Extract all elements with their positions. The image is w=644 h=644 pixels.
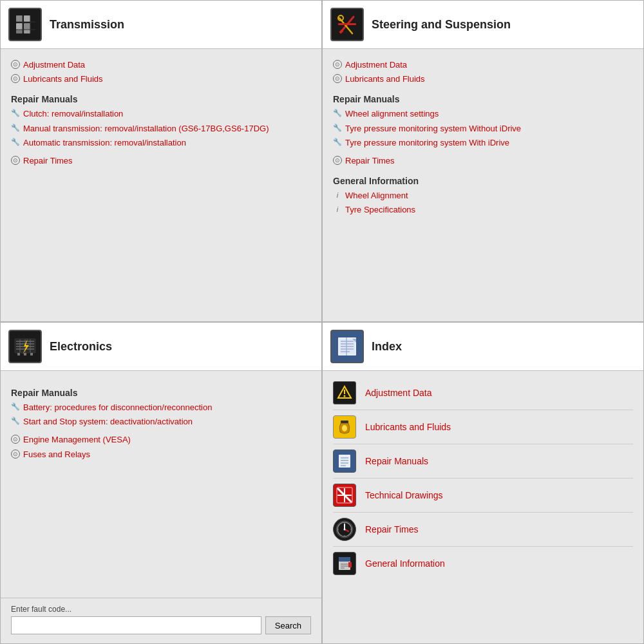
index-technical-drawings[interactable]: Technical Drawings bbox=[333, 478, 633, 513]
circle-icon: ⊙ bbox=[333, 156, 342, 165]
steering-wheel-alignment[interactable]: i Wheel Alignment bbox=[333, 190, 633, 202]
circle-icon: ⊙ bbox=[11, 156, 20, 165]
transmission-repair-times[interactable]: ⊙ Repair Times bbox=[11, 155, 311, 167]
index-icon bbox=[330, 330, 364, 363]
electronics-manual-1[interactable]: 🔧 Battery: procedures for disconnection/… bbox=[11, 402, 311, 413]
electronics-panel: Electronics Repair Manuals 🔧 Battery: pr… bbox=[0, 322, 322, 644]
steering-repair-manuals-title: Repair Manuals bbox=[333, 94, 633, 104]
circle-icon: ⊙ bbox=[11, 435, 20, 444]
svg-rect-29 bbox=[30, 353, 33, 355]
index-adjustment-label[interactable]: Adjustment Data bbox=[365, 388, 432, 398]
svg-rect-28 bbox=[24, 353, 26, 355]
steering-lubricants[interactable]: ⊙ Lubricants and Fluids bbox=[333, 73, 633, 85]
index-title: Index bbox=[372, 340, 402, 354]
electronics-body: Repair Manuals 🔧 Battery: procedures for… bbox=[1, 371, 321, 598]
svg-point-46 bbox=[342, 425, 347, 431]
svg-rect-45 bbox=[341, 421, 348, 423]
fault-code-bar: Enter fault code... Search bbox=[1, 598, 321, 643]
transmission-manual-2[interactable]: 🔧 Manual transmission: removal/installat… bbox=[11, 123, 311, 135]
electronics-title: Electronics bbox=[50, 340, 112, 354]
svg-rect-5 bbox=[16, 30, 23, 33]
electronics-engine-management[interactable]: ⊙ Engine Management (VESA) bbox=[11, 434, 311, 446]
technical-drawings-icon bbox=[333, 484, 356, 507]
electronics-repair-manuals-title: Repair Manuals bbox=[11, 388, 311, 398]
steering-manual-1[interactable]: 🔧 Wheel alignment settings bbox=[333, 108, 633, 120]
repair-times-icon bbox=[333, 518, 356, 541]
circle-icon: ⊙ bbox=[11, 450, 20, 459]
steering-title: Steering and Suspension bbox=[372, 18, 511, 32]
index-repair-manuals-label[interactable]: Repair Manuals bbox=[365, 456, 428, 466]
transmission-repair-manuals-title: Repair Manuals bbox=[11, 94, 311, 104]
electronics-icon bbox=[8, 330, 42, 363]
wrench-icon: 🔧 bbox=[333, 138, 342, 146]
transmission-manual-3[interactable]: 🔧 Automatic transmission: removal/instal… bbox=[11, 137, 311, 149]
wrench-icon: 🔧 bbox=[11, 402, 20, 411]
circle-icon: ⊙ bbox=[11, 74, 20, 83]
transmission-manual-1[interactable]: 🔧 Clutch: removal/installation bbox=[11, 108, 311, 120]
steering-general-info-title: General Information bbox=[333, 176, 633, 186]
wrench-icon: 🔧 bbox=[11, 138, 20, 146]
transmission-adjustment-data[interactable]: ⊙ Adjustment Data bbox=[11, 59, 311, 71]
svg-rect-16 bbox=[338, 23, 356, 25]
steering-header: Steering and Suspension bbox=[323, 1, 643, 49]
circle-icon: ⊙ bbox=[333, 60, 342, 69]
svg-rect-69 bbox=[339, 557, 350, 562]
electronics-header: Electronics bbox=[1, 323, 321, 371]
index-repair-times-label[interactable]: Repair Times bbox=[365, 524, 418, 535]
wrench-icon: 🔧 bbox=[333, 109, 342, 117]
steering-repair-times[interactable]: ⊙ Repair Times bbox=[333, 155, 633, 167]
transmission-body: ⊙ Adjustment Data ⊙ Lubricants and Fluid… bbox=[1, 49, 321, 321]
circle-icon: ⊙ bbox=[333, 74, 342, 83]
transmission-header: Transmission bbox=[1, 1, 321, 49]
steering-tyre-specifications[interactable]: i Tyre Specifications bbox=[333, 204, 633, 216]
fault-code-row: Search bbox=[11, 616, 311, 634]
steering-panel: Steering and Suspension ⊙ Adjustment Dat… bbox=[322, 0, 644, 322]
steering-icon bbox=[330, 8, 364, 41]
general-information-icon bbox=[333, 552, 356, 575]
wrench-icon: 🔧 bbox=[333, 124, 342, 132]
svg-rect-38 bbox=[346, 337, 347, 355]
index-repair-times[interactable]: Repair Times bbox=[333, 513, 633, 547]
index-general-information[interactable]: General Information bbox=[333, 547, 633, 580]
wrench-icon: 🔧 bbox=[11, 109, 20, 117]
svg-rect-6 bbox=[24, 30, 30, 33]
index-header: Index bbox=[323, 323, 643, 371]
wrench-icon: 🔧 bbox=[11, 124, 20, 132]
index-body: Adjustment Data Lubricants and Fluids bbox=[323, 371, 643, 643]
fault-code-input[interactable] bbox=[11, 616, 261, 634]
svg-rect-3 bbox=[16, 23, 23, 30]
index-lubricants-label[interactable]: Lubricants and Fluids bbox=[365, 422, 451, 432]
lubricants-icon bbox=[333, 415, 356, 439]
svg-rect-1 bbox=[16, 15, 23, 22]
steering-body: ⊙ Adjustment Data ⊙ Lubricants and Fluid… bbox=[323, 49, 643, 321]
svg-rect-2 bbox=[24, 15, 30, 22]
index-lubricants[interactable]: Lubricants and Fluids bbox=[333, 410, 633, 444]
svg-point-43 bbox=[344, 395, 346, 397]
transmission-lubricants[interactable]: ⊙ Lubricants and Fluids bbox=[11, 73, 311, 85]
index-technical-drawings-label[interactable]: Technical Drawings bbox=[365, 490, 443, 500]
circle-icon: ⊙ bbox=[11, 60, 20, 69]
index-repair-manuals[interactable]: Repair Manuals bbox=[333, 444, 633, 478]
main-grid: Transmission ⊙ Adjustment Data ⊙ Lubrica… bbox=[0, 0, 644, 644]
svg-rect-27 bbox=[17, 353, 20, 355]
index-adjustment-data[interactable]: Adjustment Data bbox=[333, 376, 633, 410]
svg-rect-4 bbox=[24, 23, 30, 30]
svg-point-62 bbox=[344, 529, 346, 531]
transmission-icon bbox=[8, 8, 42, 41]
search-button[interactable]: Search bbox=[265, 616, 311, 634]
wrench-icon: 🔧 bbox=[11, 417, 20, 425]
index-general-information-label[interactable]: General Information bbox=[365, 558, 445, 569]
steering-manual-2[interactable]: 🔧 Tyre pressure monitoring system Withou… bbox=[333, 123, 633, 135]
electronics-fuses-relays[interactable]: ⊙ Fuses and Relays bbox=[11, 449, 311, 460]
svg-rect-73 bbox=[348, 562, 352, 567]
electronics-manual-2[interactable]: 🔧 Start and Stop system: deactivation/ac… bbox=[11, 416, 311, 428]
fault-code-label: Enter fault code... bbox=[11, 605, 311, 614]
info-icon: i bbox=[333, 191, 342, 200]
steering-manual-3[interactable]: 🔧 Tyre pressure monitoring system With i… bbox=[333, 137, 633, 149]
info-icon: i bbox=[333, 205, 342, 214]
steering-adjustment-data[interactable]: ⊙ Adjustment Data bbox=[333, 59, 633, 71]
adjustment-data-icon bbox=[333, 381, 356, 404]
repair-manuals-icon bbox=[333, 450, 356, 473]
transmission-panel: Transmission ⊙ Adjustment Data ⊙ Lubrica… bbox=[0, 0, 322, 322]
transmission-title: Transmission bbox=[50, 18, 124, 32]
